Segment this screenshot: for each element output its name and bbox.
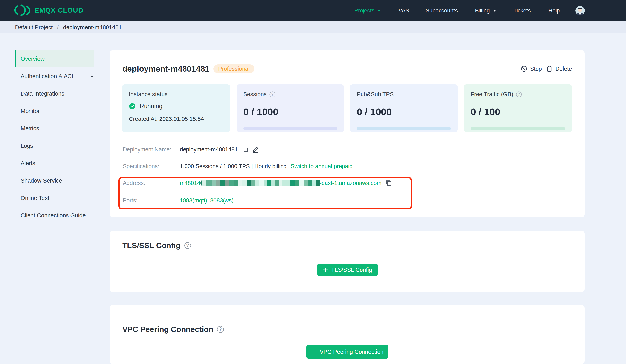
svg-text:?: ?	[187, 243, 189, 248]
svg-text:?: ?	[518, 92, 520, 96]
svg-text:?: ?	[219, 327, 222, 332]
svg-text:?: ?	[271, 92, 274, 96]
